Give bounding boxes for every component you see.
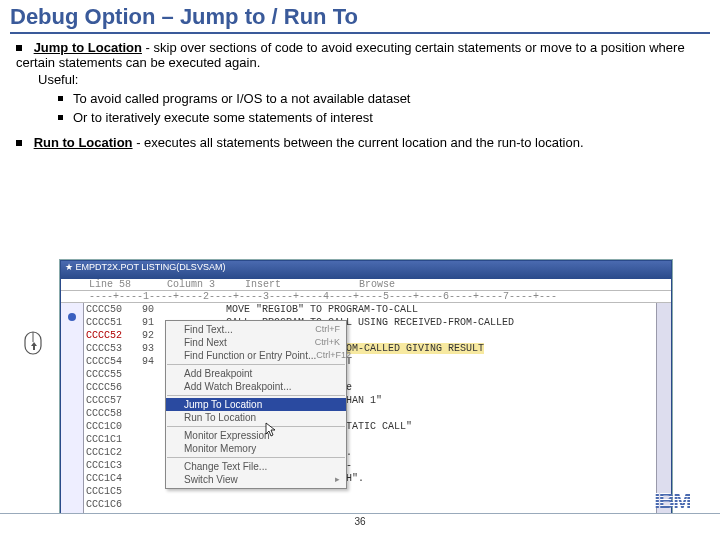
menu-item[interactable]: Jump To Location <box>166 398 346 411</box>
code-area[interactable]: CCCC50CCCC51CCCC52CCCC53CCCC54CCCC55CCCC… <box>61 303 671 524</box>
subbullet-2: Or to iteratively execute some statement… <box>58 110 710 125</box>
sequence-column: CCCC50CCCC51CCCC52CCCC53CCCC54CCCC55CCCC… <box>84 303 142 524</box>
menu-item[interactable]: Change Text File... <box>166 460 346 473</box>
subbullet-1: To avoid called programs or I/OS to a no… <box>58 91 710 106</box>
menu-separator <box>167 457 345 458</box>
subbullet-2-text: Or to iteratively execute some statement… <box>73 110 373 125</box>
menu-separator <box>167 364 345 365</box>
bullet-square-icon <box>16 140 22 146</box>
menu-item[interactable]: Find NextCtrl+K <box>166 336 346 349</box>
menu-item[interactable]: Monitor Memory <box>166 442 346 455</box>
editor-window: ★ EMPDT2X.POT LISTING(DLSVSAM) Line 58 C… <box>60 260 672 525</box>
window-title-text: EMPDT2X.POT LISTING(DLSVSAM) <box>76 262 226 272</box>
page-number: 36 <box>354 516 365 527</box>
slide-title: Debug Option – Jump to / Run To <box>10 4 710 34</box>
breakpoint-gutter[interactable] <box>61 303 84 524</box>
status-ruler: Line 58 Column 3 Insert Browse <box>61 279 671 291</box>
ibm-logo: IBM <box>654 488 690 514</box>
bullet-run: Run to Location - executes all statement… <box>10 135 710 150</box>
context-menu[interactable]: Find Text...Ctrl+FFind NextCtrl+KFind Fu… <box>165 320 347 489</box>
column-ruler: ----+----1----+----2----+----3----+----4… <box>61 291 671 303</box>
bullet-square-icon <box>16 45 22 51</box>
useful-label: Useful: <box>38 72 710 87</box>
menu-item[interactable]: Switch View▸ <box>166 473 346 486</box>
menu-item[interactable]: Monitor Expression <box>166 429 346 442</box>
menu-separator <box>167 395 345 396</box>
menu-item[interactable]: Find Text...Ctrl+F <box>166 323 346 336</box>
menu-item[interactable]: Add Watch Breakpoint... <box>166 380 346 393</box>
jump-heading: Jump to Location <box>34 40 142 55</box>
run-heading: Run to Location <box>34 135 133 150</box>
menu-item[interactable]: Add Breakpoint <box>166 367 346 380</box>
window-titlebar: ★ EMPDT2X.POT LISTING(DLSVSAM) <box>61 261 671 279</box>
cursor-icon <box>265 422 277 438</box>
breakpoint-icon[interactable] <box>68 313 76 321</box>
screenshot: ★ EMPDT2X.POT LISTING(DLSVSAM) Line 58 C… <box>60 260 680 520</box>
footer: 36 <box>0 513 720 540</box>
mouse-icon <box>22 328 44 358</box>
subbullet-1-text: To avoid called programs or I/OS to a no… <box>73 91 410 106</box>
menu-item[interactable]: Run To Location <box>166 411 346 424</box>
bullet-jump: Jump to Location - skip over sections of… <box>10 40 710 70</box>
bullet-square-icon <box>58 96 63 101</box>
bullet-square-icon <box>58 115 63 120</box>
menu-separator <box>167 426 345 427</box>
menu-item[interactable]: Find Function or Entry Point...Ctrl+F12 <box>166 349 346 362</box>
run-text: - executes all statements between the cu… <box>133 135 584 150</box>
